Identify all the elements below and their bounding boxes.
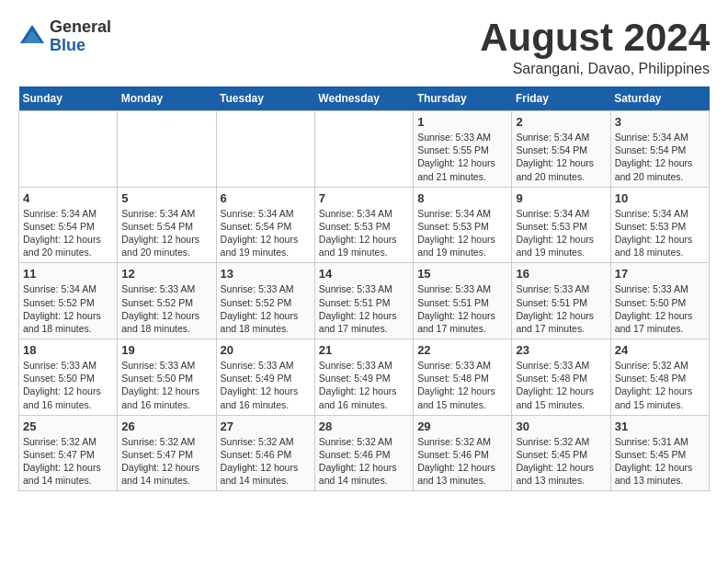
day-info: Sunrise: 5:33 AM Sunset: 5:48 PM Dayligh…: [516, 359, 606, 411]
day-info: Sunrise: 5:34 AM Sunset: 5:52 PM Dayligh…: [23, 282, 113, 335]
day-number: 1: [417, 115, 507, 129]
header-cell-monday: Monday: [118, 86, 216, 111]
day-info: Sunrise: 5:34 AM Sunset: 5:54 PM Dayligh…: [121, 207, 211, 259]
day-cell: 10Sunrise: 5:34 AM Sunset: 5:53 PM Dayli…: [610, 187, 709, 263]
day-number: 10: [615, 191, 705, 205]
day-cell: 11Sunrise: 5:34 AM Sunset: 5:52 PM Dayli…: [19, 263, 118, 339]
month-year: August 2024: [480, 18, 710, 57]
logo-blue: Blue: [50, 37, 111, 55]
day-cell: 24Sunrise: 5:32 AM Sunset: 5:48 PM Dayli…: [610, 339, 709, 416]
day-number: 22: [417, 343, 507, 357]
day-number: 28: [319, 419, 409, 433]
day-info: Sunrise: 5:31 AM Sunset: 5:45 PM Dayligh…: [615, 435, 705, 488]
day-info: Sunrise: 5:34 AM Sunset: 5:54 PM Dayligh…: [23, 207, 113, 259]
day-info: Sunrise: 5:34 AM Sunset: 5:53 PM Dayligh…: [516, 207, 606, 259]
day-info: Sunrise: 5:34 AM Sunset: 5:53 PM Dayligh…: [615, 207, 705, 259]
header-row: SundayMondayTuesdayWednesdayThursdayFrid…: [19, 86, 710, 111]
day-cell: 4Sunrise: 5:34 AM Sunset: 5:54 PM Daylig…: [19, 187, 118, 263]
day-info: Sunrise: 5:33 AM Sunset: 5:51 PM Dayligh…: [516, 282, 606, 335]
day-cell: 6Sunrise: 5:34 AM Sunset: 5:54 PM Daylig…: [216, 187, 314, 263]
day-info: Sunrise: 5:34 AM Sunset: 5:54 PM Dayligh…: [615, 131, 705, 183]
day-cell: 18Sunrise: 5:33 AM Sunset: 5:50 PM Dayli…: [19, 339, 118, 416]
day-info: Sunrise: 5:32 AM Sunset: 5:48 PM Dayligh…: [615, 359, 705, 411]
day-info: Sunrise: 5:32 AM Sunset: 5:46 PM Dayligh…: [319, 435, 409, 488]
day-cell: 31Sunrise: 5:31 AM Sunset: 5:45 PM Dayli…: [610, 415, 709, 491]
logo: General Blue: [18, 18, 111, 55]
week-row-2: 4Sunrise: 5:34 AM Sunset: 5:54 PM Daylig…: [19, 187, 710, 263]
day-cell: [19, 111, 118, 188]
page-header: General Blue August 2024 Sarangani, Dava…: [18, 18, 710, 77]
day-number: 7: [319, 191, 409, 205]
day-number: 26: [121, 419, 211, 433]
day-info: Sunrise: 5:33 AM Sunset: 5:48 PM Dayligh…: [417, 359, 507, 411]
day-cell: 8Sunrise: 5:34 AM Sunset: 5:53 PM Daylig…: [414, 187, 512, 263]
header-cell-tuesday: Tuesday: [216, 86, 314, 111]
logo-icon: [18, 23, 46, 51]
day-cell: 25Sunrise: 5:32 AM Sunset: 5:47 PM Dayli…: [19, 415, 118, 491]
day-info: Sunrise: 5:33 AM Sunset: 5:50 PM Dayligh…: [121, 359, 211, 411]
day-number: 14: [319, 267, 409, 281]
day-number: 30: [516, 419, 606, 433]
day-number: 8: [417, 191, 507, 205]
day-cell: [216, 111, 314, 188]
logo-general: General: [50, 18, 111, 37]
day-info: Sunrise: 5:32 AM Sunset: 5:47 PM Dayligh…: [121, 435, 211, 488]
day-number: 2: [516, 115, 606, 129]
day-number: 9: [516, 191, 606, 205]
day-number: 11: [23, 267, 113, 281]
day-cell: 1Sunrise: 5:33 AM Sunset: 5:55 PM Daylig…: [414, 111, 512, 188]
day-info: Sunrise: 5:33 AM Sunset: 5:50 PM Dayligh…: [23, 359, 113, 411]
header-cell-friday: Friday: [512, 86, 610, 111]
day-number: 29: [417, 419, 507, 433]
day-info: Sunrise: 5:34 AM Sunset: 5:54 PM Dayligh…: [221, 207, 311, 259]
day-cell: 9Sunrise: 5:34 AM Sunset: 5:53 PM Daylig…: [512, 187, 610, 263]
day-number: 6: [221, 191, 311, 205]
day-number: 25: [23, 419, 113, 433]
day-cell: 20Sunrise: 5:33 AM Sunset: 5:49 PM Dayli…: [216, 339, 314, 416]
day-cell: 26Sunrise: 5:32 AM Sunset: 5:47 PM Dayli…: [118, 415, 216, 491]
day-number: 12: [121, 267, 211, 281]
header-cell-saturday: Saturday: [610, 86, 709, 111]
day-cell: 27Sunrise: 5:32 AM Sunset: 5:46 PM Dayli…: [216, 415, 314, 491]
day-cell: 28Sunrise: 5:32 AM Sunset: 5:46 PM Dayli…: [314, 415, 413, 491]
day-cell: 29Sunrise: 5:32 AM Sunset: 5:46 PM Dayli…: [414, 415, 512, 491]
day-cell: 19Sunrise: 5:33 AM Sunset: 5:50 PM Dayli…: [118, 339, 216, 416]
logo-text: General Blue: [50, 18, 111, 55]
day-info: Sunrise: 5:32 AM Sunset: 5:47 PM Dayligh…: [23, 435, 113, 488]
location: Sarangani, Davao, Philippines: [480, 61, 710, 77]
day-cell: 15Sunrise: 5:33 AM Sunset: 5:51 PM Dayli…: [414, 263, 512, 339]
calendar-body: 1Sunrise: 5:33 AM Sunset: 5:55 PM Daylig…: [19, 111, 710, 491]
day-cell: [314, 111, 413, 188]
day-cell: 17Sunrise: 5:33 AM Sunset: 5:50 PM Dayli…: [610, 263, 709, 339]
day-info: Sunrise: 5:33 AM Sunset: 5:51 PM Dayligh…: [417, 282, 507, 335]
day-cell: 13Sunrise: 5:33 AM Sunset: 5:52 PM Dayli…: [216, 263, 314, 339]
day-cell: 3Sunrise: 5:34 AM Sunset: 5:54 PM Daylig…: [610, 111, 709, 188]
day-info: Sunrise: 5:32 AM Sunset: 5:46 PM Dayligh…: [221, 435, 311, 488]
day-number: 4: [23, 191, 113, 205]
day-number: 20: [221, 343, 311, 357]
day-info: Sunrise: 5:33 AM Sunset: 5:51 PM Dayligh…: [319, 282, 409, 335]
day-info: Sunrise: 5:33 AM Sunset: 5:52 PM Dayligh…: [221, 282, 311, 335]
header-cell-wednesday: Wednesday: [314, 86, 413, 111]
week-row-3: 11Sunrise: 5:34 AM Sunset: 5:52 PM Dayli…: [19, 263, 710, 339]
day-cell: 21Sunrise: 5:33 AM Sunset: 5:49 PM Dayli…: [314, 339, 413, 416]
day-number: 3: [615, 115, 705, 129]
day-number: 21: [319, 343, 409, 357]
title-block: August 2024 Sarangani, Davao, Philippine…: [480, 18, 710, 77]
day-cell: 14Sunrise: 5:33 AM Sunset: 5:51 PM Dayli…: [314, 263, 413, 339]
day-cell: 16Sunrise: 5:33 AM Sunset: 5:51 PM Dayli…: [512, 263, 610, 339]
day-cell: [118, 111, 216, 188]
day-cell: 12Sunrise: 5:33 AM Sunset: 5:52 PM Dayli…: [118, 263, 216, 339]
day-cell: 23Sunrise: 5:33 AM Sunset: 5:48 PM Dayli…: [512, 339, 610, 416]
day-number: 31: [615, 419, 705, 433]
day-info: Sunrise: 5:34 AM Sunset: 5:53 PM Dayligh…: [319, 207, 409, 259]
header-cell-thursday: Thursday: [414, 86, 512, 111]
day-cell: 22Sunrise: 5:33 AM Sunset: 5:48 PM Dayli…: [414, 339, 512, 416]
day-cell: 7Sunrise: 5:34 AM Sunset: 5:53 PM Daylig…: [314, 187, 413, 263]
day-info: Sunrise: 5:33 AM Sunset: 5:49 PM Dayligh…: [221, 359, 311, 411]
day-info: Sunrise: 5:33 AM Sunset: 5:50 PM Dayligh…: [615, 282, 705, 335]
day-cell: 30Sunrise: 5:32 AM Sunset: 5:45 PM Dayli…: [512, 415, 610, 491]
day-info: Sunrise: 5:33 AM Sunset: 5:52 PM Dayligh…: [121, 282, 211, 335]
day-info: Sunrise: 5:33 AM Sunset: 5:55 PM Dayligh…: [417, 131, 507, 183]
day-info: Sunrise: 5:32 AM Sunset: 5:46 PM Dayligh…: [417, 435, 507, 488]
